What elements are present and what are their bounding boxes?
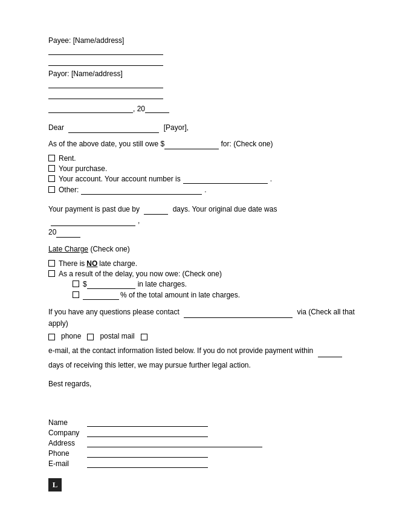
date-line: , 20	[48, 104, 363, 113]
name-sig-line: Name	[48, 418, 363, 427]
email-sig-field	[87, 459, 208, 468]
contact-section: If you have any questions please contact…	[48, 306, 363, 371]
payment-days-field	[318, 345, 342, 357]
payee-label: Payee: [Name/address]	[48, 36, 363, 45]
checkbox-account-label: Your account. Your account number is	[59, 175, 181, 183]
owe-text1: As of the above date, you still owe $	[48, 140, 164, 148]
payee-section: Payee: [Name/address]	[48, 36, 363, 66]
document-page: Payee: [Name/address] Payor: [Name/addre…	[0, 0, 411, 506]
logo-icon: L	[48, 478, 62, 491]
checkbox-other: Other: .	[48, 186, 363, 195]
address-field	[87, 439, 262, 447]
regards-section: Best regards,	[48, 380, 363, 388]
no-charge-text1: There is	[59, 259, 85, 268]
payor-section: Payor: [Name/address]	[48, 70, 363, 99]
contact-text1: If you have any questions please contact	[48, 308, 180, 316]
checkbox-phone-box[interactable]	[48, 334, 55, 340]
year-line: 20	[48, 228, 80, 236]
name-field	[87, 418, 208, 427]
payee-line2	[48, 57, 163, 66]
checkbox-no-charge-box[interactable]	[48, 260, 55, 267]
company-label: Company	[48, 429, 85, 437]
company-field	[87, 429, 208, 437]
signature-section: Name Company Address Phone E-mail	[48, 418, 363, 468]
checkbox-email-contact-box[interactable]	[141, 334, 147, 340]
dear-field	[68, 122, 159, 133]
late-charge-header: Late Charge (Check one)	[48, 244, 363, 255]
late-charge-section: Late Charge (Check one) There is NO late…	[48, 244, 363, 300]
amount-field	[164, 138, 219, 149]
checkbox-other-box[interactable]	[48, 186, 55, 193]
email-sig-line: E-mail	[48, 459, 363, 468]
dollar-amount-field	[87, 280, 135, 289]
checkbox-dollar-box[interactable]	[73, 281, 79, 287]
dear-line: Dear [Payor],	[48, 122, 363, 133]
name-label: Name	[48, 418, 85, 427]
other-period: .	[204, 186, 206, 194]
checkbox-purchase-box[interactable]	[48, 165, 55, 172]
account-number-field	[183, 175, 268, 184]
phone-label: phone	[61, 331, 81, 342]
checkbox-delay: As a result of the delay, you now owe: (…	[48, 270, 363, 278]
dear-text: Dear	[48, 123, 64, 132]
date-comma: , 20	[133, 105, 145, 113]
logo-letter: L	[53, 480, 58, 490]
payor-label: Payor: [Name/address]	[48, 70, 363, 78]
days-suffix: days of receiving this letter, we may pu…	[48, 360, 251, 371]
in-late-text: in late charges.	[138, 280, 187, 288]
phone-sig-field	[87, 449, 208, 458]
past-due-text1: Your payment is past due by	[48, 205, 140, 213]
checkbox-no-charge: There is NO late charge.	[48, 259, 363, 268]
checkbox-rent-label: Rent.	[59, 154, 76, 163]
checkbox-delay-box[interactable]	[48, 270, 55, 277]
payor-line2	[48, 91, 163, 99]
dollar-prefix: $	[83, 280, 87, 288]
year-field	[145, 104, 169, 113]
checkbox-rent: Rent.	[48, 154, 363, 163]
no-underline: NO	[86, 259, 97, 268]
past-due-comma: ,	[138, 216, 140, 225]
contact-line2: phone postal mail e-mail, at the contact…	[48, 331, 363, 371]
no-charge-suffix: late charge.	[99, 259, 137, 268]
regards-text: Best regards,	[48, 380, 91, 388]
checkbox-dollar-charge: $ in late charges.	[73, 280, 363, 289]
payee-line1	[48, 47, 163, 55]
checkbox-purchase: Your purchase.	[48, 164, 363, 173]
original-date-field	[51, 215, 135, 226]
checkbox-account-box[interactable]	[48, 175, 55, 182]
checkbox-percent-box[interactable]	[73, 291, 79, 298]
owe-line: As of the above date, you still owe $ fo…	[48, 138, 363, 149]
email-contact-text: e-mail, at the contact information liste…	[48, 345, 313, 357]
phone-sig-line: Phone	[48, 449, 363, 458]
logo-area: L	[48, 478, 62, 491]
reason-checkboxes: Rent. Your purchase. Your account. Your …	[48, 154, 363, 195]
contact-line1: If you have any questions please contact…	[48, 306, 363, 329]
checkbox-percent-charge: % of the total amount in late charges.	[73, 291, 363, 300]
email-sig-label: E-mail	[48, 459, 85, 468]
date-field	[48, 104, 133, 113]
other-field	[81, 186, 202, 195]
owe-text2: for: (Check one)	[219, 140, 273, 148]
past-due-section: Your payment is past due by days. Your o…	[48, 203, 363, 238]
checkbox-account: Your account. Your account number is .	[48, 175, 363, 184]
percent-field	[83, 291, 119, 300]
phone-sig-label: Phone	[48, 449, 85, 458]
days-field	[144, 203, 168, 215]
payor-line1	[48, 80, 163, 88]
address-sig-line: Address	[48, 439, 363, 447]
address-label: Address	[48, 439, 85, 447]
past-due-text2: days. Your original due date was	[173, 205, 277, 213]
checkbox-rent-box[interactable]	[48, 155, 55, 161]
late-charge-title: Late Charge	[48, 245, 88, 253]
checkbox-other-label: Other:	[59, 186, 79, 194]
percent-suffix: % of the total amount in late charges.	[120, 291, 240, 299]
account-period: .	[270, 175, 272, 183]
contact-name-field	[184, 306, 293, 318]
checkbox-postal-box[interactable]	[87, 334, 94, 340]
payor-bracket: [Payor],	[164, 123, 189, 132]
postal-label: postal mail	[100, 331, 134, 342]
company-sig-line: Company	[48, 429, 363, 437]
late-check-one: (Check one)	[90, 245, 129, 253]
due-year-field	[56, 226, 80, 238]
delay-text: As a result of the delay, you now owe: (…	[59, 270, 222, 278]
